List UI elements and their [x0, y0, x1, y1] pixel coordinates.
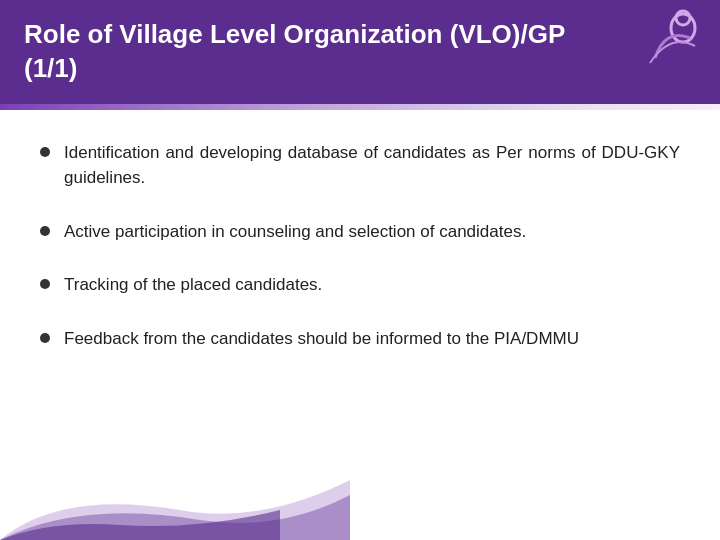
bullet-dot-4 — [40, 333, 50, 343]
page-title: Role of Village Level Organization (VLO)… — [24, 18, 696, 86]
title-line2: (1/1) — [24, 53, 77, 83]
logo-icon — [645, 8, 700, 72]
title-line1: Role of Village Level Organization (VLO)… — [24, 19, 565, 49]
bullet-text-2: Active participation in counseling and s… — [64, 219, 680, 245]
content-area: Identification and developing database o… — [0, 110, 720, 400]
bullet-item-2: Active participation in counseling and s… — [40, 219, 680, 245]
bullet-item-4: Feedback from the candidates should be i… — [40, 326, 680, 352]
bullet-dot-1 — [40, 147, 50, 157]
header: Role of Village Level Organization (VLO)… — [0, 0, 720, 104]
bullet-text-4: Feedback from the candidates should be i… — [64, 326, 680, 352]
bullet-dot-2 — [40, 226, 50, 236]
bullet-text-3: Tracking of the placed candidates. — [64, 272, 680, 298]
bullet-item-3: Tracking of the placed candidates. — [40, 272, 680, 298]
bullet-item-1: Identification and developing database o… — [40, 140, 680, 191]
bullet-text-1: Identification and developing database o… — [64, 140, 680, 191]
bottom-decoration — [0, 470, 720, 540]
bullet-dot-3 — [40, 279, 50, 289]
